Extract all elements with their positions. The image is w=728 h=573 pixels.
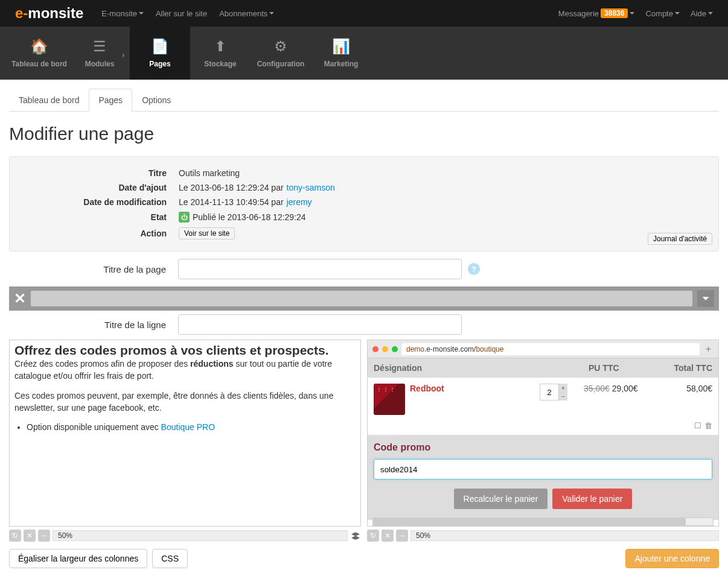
row-track[interactable] <box>31 291 692 306</box>
titre-ligne-label: Titre de la ligne <box>9 320 178 330</box>
horizontal-scrollbar[interactable] <box>372 518 714 526</box>
css-button[interactable]: CSS <box>152 549 188 568</box>
logo-prefix: e- <box>15 5 28 22</box>
list-icon: ☰ <box>93 38 106 55</box>
row-header: ✕ <box>9 286 719 311</box>
total-cell: 58,00€ <box>667 384 712 393</box>
nav-aide[interactable]: Aide <box>691 9 713 18</box>
delete-icon[interactable]: ✕ <box>382 530 394 542</box>
nav-abonnements[interactable]: Abonnements <box>219 9 274 18</box>
nav-tableau[interactable]: 🏠 Tableau de bord <box>9 27 69 80</box>
page-icon: 📄 <box>151 38 169 55</box>
traffic-min-icon <box>382 346 388 352</box>
editor-col-left[interactable]: Offrez des codes promos à vos clients et… <box>9 340 361 527</box>
delete-icon[interactable]: ✕ <box>24 530 36 542</box>
editor-col-right[interactable]: demo.e-monsite.com/boutique + Désignatio… <box>367 340 719 527</box>
collapse-button[interactable] <box>697 290 714 307</box>
tab-options[interactable]: Options <box>132 89 180 111</box>
refresh-icon[interactable]: ↻ <box>367 530 379 542</box>
qty-cell: +− <box>540 384 573 400</box>
topnav-right: Messagerie 38836 Compte Aide <box>558 8 713 18</box>
nav-emonsite[interactable]: E-monsite <box>101 9 144 18</box>
content-p2: Ces codes promos peuvent, par exemple, ê… <box>14 390 356 414</box>
nav-marketing[interactable]: 📊 Marketing <box>311 27 371 80</box>
refresh-icon[interactable]: ↻ <box>9 530 21 542</box>
bottom-bar: Égaliser la largeur des colonnes CSS Ajo… <box>9 542 719 568</box>
promo-input[interactable] <box>374 459 712 480</box>
upload-icon: ⬆ <box>214 38 226 55</box>
logo[interactable]: e-monsite <box>15 5 83 22</box>
qty-plus-button[interactable]: + <box>559 384 567 392</box>
titre-ligne-input[interactable] <box>178 314 462 335</box>
label-ajout: Date d'ajout <box>22 183 179 192</box>
logo-main: monsite <box>28 5 83 22</box>
valider-button[interactable]: Valider le panier <box>552 489 632 509</box>
close-icon[interactable]: ✕ <box>14 290 26 307</box>
messagerie-badge: 38836 <box>601 8 628 18</box>
voir-site-button[interactable]: Voir sur le site <box>179 227 235 239</box>
move-icon[interactable]: → <box>38 530 50 542</box>
titre-page-label: Titre de la page <box>9 264 178 274</box>
caret-icon <box>708 12 713 14</box>
nav-stockage[interactable]: ⬆ Stockage <box>190 27 251 80</box>
titre-page-input[interactable] <box>178 259 462 279</box>
tab-tableau[interactable]: Tableau de bord <box>9 89 89 111</box>
checkbox-icon[interactable]: ☐ <box>694 421 701 430</box>
info-panel: TitreOutils marketing Date d'ajoutLe 201… <box>9 156 719 252</box>
nav-aller[interactable]: Aller sur le site <box>156 9 207 18</box>
caret-icon <box>675 12 680 14</box>
caret-icon <box>630 12 634 14</box>
form-titre-ligne: Titre de la ligne <box>9 311 719 338</box>
url-bar: demo.e-monsite.com/boutique <box>401 343 700 355</box>
col-width-slider[interactable]: 50% <box>53 530 348 541</box>
nav-pages[interactable]: 📄 Pages <box>130 27 190 80</box>
nav-messagerie[interactable]: Messagerie 38836 <box>558 8 635 18</box>
browser-chrome: demo.e-monsite.com/boutique + <box>368 340 718 358</box>
author-link[interactable]: jeremy <box>287 197 312 207</box>
header-pu: PU TTC <box>589 363 667 373</box>
sub-tabs: Tableau de bord Pages Options <box>9 89 719 112</box>
label-modif: Date de modification <box>22 197 179 207</box>
ajouter-colonne-button[interactable]: Ajouter une colonne <box>625 549 719 568</box>
form-titre-page: Titre de la page ? <box>9 252 719 286</box>
promo-section: Code promo Recalculer le panier Valider … <box>368 435 718 520</box>
content-li: Option disponible uniquement avec Boutiq… <box>27 422 356 432</box>
qty-minus-button[interactable]: − <box>559 392 567 400</box>
row-actions: ☐🗑 <box>368 421 718 435</box>
content: Tableau de bord Pages Options Modifier u… <box>0 80 728 573</box>
qty-input[interactable] <box>540 384 559 400</box>
gear-icon: ⚙ <box>274 38 287 55</box>
page-title: Modifier une page <box>9 112 719 156</box>
trash-icon[interactable]: 🗑 <box>704 421 712 430</box>
nav-compte[interactable]: Compte <box>645 9 680 18</box>
navbar-main: 🏠 Tableau de bord ☰ Modules 📄 Pages ⬆ St… <box>0 27 728 80</box>
move-icon[interactable]: → <box>396 530 408 542</box>
author-link[interactable]: tony-samson <box>287 183 335 192</box>
col-width-slider[interactable]: 50% <box>410 530 719 541</box>
resize-handle[interactable]: ◀▶◀▶ <box>351 532 360 539</box>
promo-label: Code promo <box>374 442 712 453</box>
nav-modules[interactable]: ☰ Modules <box>69 27 130 80</box>
content-heading: Offrez des codes promos à vos clients et… <box>14 343 356 357</box>
header-designation: Désignation <box>374 363 589 373</box>
traffic-close-icon <box>372 346 378 352</box>
value-modif: Le 2014-11-13 10:49:54 par jeremy <box>179 197 312 207</box>
tab-pages[interactable]: Pages <box>89 89 132 112</box>
journal-button[interactable]: Journal d'activité <box>648 233 712 245</box>
label-etat: Etat <box>22 212 179 222</box>
cart-row: Redboot +− 35,00€ 29,00€ 58,00€ <box>368 378 718 421</box>
caret-icon <box>269 12 274 14</box>
home-icon: 🏠 <box>30 38 48 55</box>
content-p1: Créez des codes promos afin de proposer … <box>14 358 356 382</box>
help-icon[interactable]: ? <box>468 263 480 275</box>
cart-header: Désignation PU TTC Total TTC <box>368 358 718 378</box>
boutique-link[interactable]: Boutique PRO <box>161 422 216 432</box>
new-tab-icon: + <box>703 344 714 355</box>
value-titre: Outils marketing <box>179 168 240 178</box>
col-footer-left: ↻ ✕ → 50% ◀▶◀▶ <box>9 530 361 542</box>
nav-config[interactable]: ⚙ Configuration <box>251 27 311 80</box>
recalc-button[interactable]: Recalculer le panier <box>454 489 548 509</box>
traffic-max-icon <box>392 346 398 352</box>
product-image <box>374 384 405 415</box>
egaliser-button[interactable]: Égaliser la largeur des colonnes <box>9 549 147 568</box>
